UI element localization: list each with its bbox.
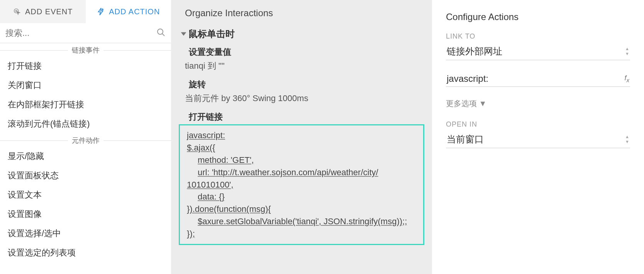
code-line: url: 'http://t.weather.sojson.com/api/we… — [187, 166, 416, 179]
search-input[interactable] — [5, 28, 156, 38]
action-rotate-desc[interactable]: 当前元件 by 360° Swing 1000ms — [171, 91, 432, 107]
open-in-select[interactable]: 当前窗口 ▲▼ — [446, 131, 630, 148]
fx-icon[interactable]: fx — [624, 74, 629, 83]
link-to-select[interactable]: 链接外部网址 ▲▼ — [446, 43, 630, 60]
left-panel: ADD EVENT ADD ACTION 链接事件 打开链接 关闭窗口 在内部框… — [0, 0, 171, 274]
code-line: 101010100', — [187, 179, 416, 191]
code-line: $.ajax({ — [187, 142, 416, 154]
code-line: }).done(function(msg){ — [187, 203, 416, 215]
action-set-panel-state[interactable]: 设置面板状态 — [0, 166, 171, 185]
configure-title: Configure Actions — [446, 12, 630, 22]
action-set-variable-desc[interactable]: tianqi 到 "" — [171, 59, 432, 75]
svg-point-2 — [158, 29, 163, 34]
svg-line-3 — [162, 34, 164, 36]
action-close-window[interactable]: 关闭窗口 — [0, 76, 171, 95]
tab-add-action[interactable]: ADD ACTION — [86, 0, 171, 23]
cursor-icon — [13, 7, 21, 16]
open-in-label: OPEN IN — [446, 120, 630, 129]
action-set-text[interactable]: 设置文本 — [0, 185, 171, 205]
action-scroll-to-widget[interactable]: 滚动到元件(锚点链接) — [0, 114, 171, 134]
action-set-image[interactable]: 设置图像 — [0, 205, 171, 224]
stepper-icon: ▲▼ — [625, 47, 629, 56]
code-line: $axure.setGlobalVariable('tianqi', JSON.… — [187, 215, 416, 228]
section-link-events: 链接事件 — [0, 46, 171, 55]
link-to-value: 链接外部网址 — [447, 45, 502, 58]
url-input[interactable]: javascript: fx — [446, 71, 630, 87]
action-rotate-label[interactable]: 旋转 — [171, 75, 432, 91]
tab-add-event[interactable]: ADD EVENT — [0, 0, 86, 23]
url-value: javascript: — [447, 73, 488, 84]
code-line: method: 'GET', — [187, 154, 416, 166]
search-row — [0, 23, 171, 43]
right-panel: Configure Actions LINK TO 链接外部网址 ▲▼ java… — [432, 0, 644, 274]
event-onclick-label: 鼠标单击时 — [188, 28, 235, 40]
action-set-variable-label[interactable]: 设置变量值 — [171, 42, 432, 59]
caret-down-icon — [181, 32, 186, 36]
event-onclick[interactable]: 鼠标单击时 — [171, 25, 432, 42]
action-openlink-label[interactable]: 打开链接 — [171, 107, 432, 123]
search-icon[interactable] — [156, 28, 166, 39]
action-openlink-code[interactable]: javascript: $.ajax({ method: 'GET', url:… — [179, 124, 424, 245]
action-set-list-item[interactable]: 设置选定的列表项 — [0, 243, 171, 262]
lightning-plus-icon — [97, 7, 105, 16]
section-widget-actions: 元件动作 — [0, 136, 171, 145]
middle-panel: Organize Interactions 鼠标单击时 设置变量值 tianqi… — [171, 0, 432, 274]
action-open-link[interactable]: 打开链接 — [0, 56, 171, 76]
action-open-in-frame[interactable]: 在内部框架打开链接 — [0, 95, 171, 114]
tab-add-action-label: ADD ACTION — [109, 7, 160, 16]
tab-add-event-label: ADD EVENT — [25, 7, 73, 16]
more-options[interactable]: 更多选项 ▼ — [446, 98, 630, 109]
code-line: }); — [187, 228, 416, 240]
code-line: data: {} — [187, 191, 416, 203]
link-to-label: LINK TO — [446, 32, 630, 41]
action-show-hide[interactable]: 显示/隐藏 — [0, 147, 171, 166]
code-line: javascript: — [187, 129, 416, 142]
stepper-icon: ▲▼ — [625, 135, 629, 144]
open-in-value: 当前窗口 — [447, 133, 484, 145]
tabs: ADD EVENT ADD ACTION — [0, 0, 171, 23]
organize-title: Organize Interactions — [171, 8, 432, 25]
action-set-selected[interactable]: 设置选择/选中 — [0, 224, 171, 243]
